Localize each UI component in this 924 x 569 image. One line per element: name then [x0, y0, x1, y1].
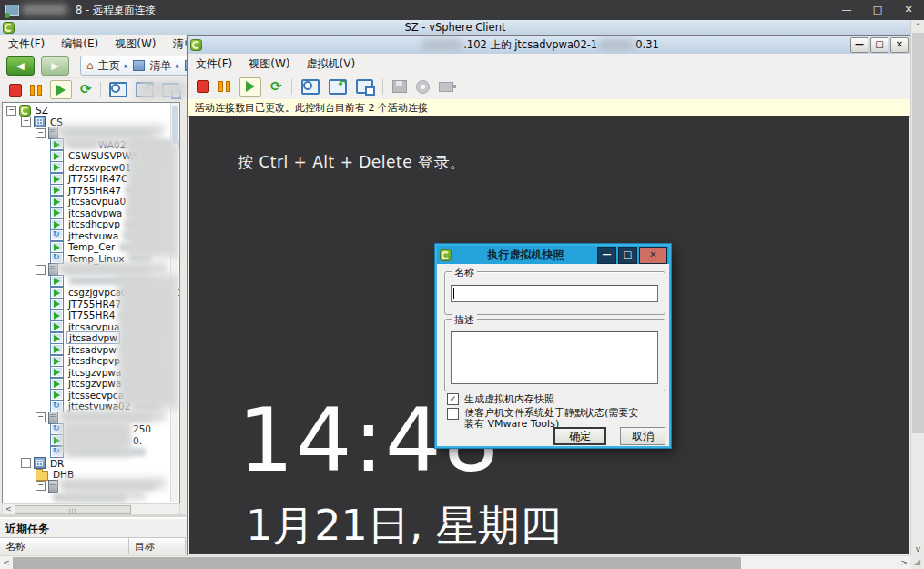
power-on-button[interactable]: [50, 80, 72, 99]
column-header-target[interactable]: 目标: [129, 538, 186, 554]
close-icon[interactable]: ✕: [890, 37, 909, 53]
tree-item-label: dcrzxvpcw01: [66, 162, 133, 173]
chevron-right-icon[interactable]: ▸: [125, 61, 129, 70]
take-snapshot-icon[interactable]: [109, 82, 127, 97]
chevron-right-icon[interactable]: ▸: [176, 61, 180, 70]
floppy-device-icon[interactable]: [392, 80, 407, 93]
scrollbar-thumb[interactable]: [912, 33, 924, 433]
scrollbar-thumb[interactable]: |||: [15, 505, 131, 514]
reset-icon[interactable]: ⟳: [270, 80, 282, 94]
collapse-icon[interactable]: −: [36, 412, 46, 422]
tree-item-label: jtcsacvpua0: [66, 196, 127, 207]
vm-on-icon: [50, 184, 64, 196]
collapse-icon[interactable]: −: [21, 117, 31, 127]
minimize-icon[interactable]: —: [597, 247, 616, 264]
scroll-left-icon[interactable]: <: [3, 505, 15, 514]
scrollbar-thumb[interactable]: [13, 557, 741, 569]
collapse-icon[interactable]: −: [6, 106, 16, 116]
collapse-icon[interactable]: −: [36, 128, 46, 138]
vsphere-titlebar[interactable]: SZ - vSphere Client: [0, 20, 910, 35]
revert-snapshot-icon[interactable]: [329, 79, 347, 95]
scroll-down-icon[interactable]: v: [911, 543, 924, 555]
vm-on-icon: [50, 332, 64, 344]
datacenter-icon: [34, 457, 46, 469]
tree-item-DR[interactable]: −DR: [3, 458, 179, 470]
maximize-icon[interactable]: □: [862, 0, 893, 20]
redacted-ip: [599, 40, 634, 49]
lock-screen-date: 1月21日, 星期四: [246, 498, 562, 554]
tree-item-label: jtcsdhcpvp: [66, 218, 122, 229]
dialog-titlebar[interactable]: 执行虚拟机快照 — □ ✕: [437, 246, 669, 264]
suspend-icon[interactable]: [218, 81, 230, 92]
vm-on-icon: [50, 275, 64, 287]
collapse-icon[interactable]: −: [36, 265, 46, 275]
rdp-window-controls: — □ ✕: [831, 0, 924, 20]
tree-item-label: jttestvuwa: [66, 230, 120, 241]
cd-device-icon[interactable]: [416, 80, 430, 94]
snapshot-manager-icon[interactable]: [356, 79, 373, 94]
power-off-icon[interactable]: [197, 80, 209, 93]
menu-item[interactable]: 文件(F): [8, 36, 45, 52]
usb-device-icon[interactable]: [439, 82, 453, 92]
scroll-left-icon[interactable]: <: [0, 556, 13, 569]
scroll-right-icon[interactable]: >: [898, 556, 910, 569]
tree-horizontal-scrollbar[interactable]: < |||: [2, 503, 180, 516]
dialog-window-controls: — □ ✕: [597, 247, 667, 264]
tree-item-label: jtcsacvpua: [66, 321, 121, 332]
rdp-connection-icon: [5, 5, 19, 16]
resize-grip[interactable]: ◢: [910, 555, 924, 569]
forward-button[interactable]: ▶: [41, 56, 69, 76]
scroll-up-icon[interactable]: ^: [911, 20, 924, 33]
vsphere-title: SZ - vSphere Client: [0, 21, 910, 34]
vm-on-icon: [50, 241, 64, 253]
menu-item[interactable]: 虚拟机(V): [307, 56, 356, 72]
close-icon[interactable]: ✕: [893, 0, 924, 20]
minimize-icon[interactable]: —: [831, 0, 862, 20]
console-titlebar[interactable]: .102 上的 jtcsadvpwa02-1 0.31 — □ ✕: [188, 36, 911, 54]
menu-item[interactable]: 文件(F): [196, 56, 232, 72]
snapshot-description-input[interactable]: [451, 331, 658, 384]
tree-item-label: JT755HR47C: [66, 173, 129, 184]
recent-tasks-header: 名称 目标: [0, 537, 186, 554]
toolbar-separator: [100, 82, 101, 97]
breadcrumb-home[interactable]: 主页: [98, 58, 120, 74]
play-icon: [246, 81, 255, 92]
vm-on-icon: [50, 298, 64, 310]
collapse-icon[interactable]: −: [21, 458, 31, 468]
minimize-icon[interactable]: —: [850, 37, 868, 53]
back-button[interactable]: ◀: [6, 56, 35, 76]
power-on-button[interactable]: [239, 77, 261, 97]
cancel-button[interactable]: 取消: [620, 427, 665, 445]
menu-item[interactable]: 视图(W): [249, 56, 289, 72]
take-snapshot-icon[interactable]: [301, 79, 320, 95]
host-icon: [48, 412, 58, 424]
vsphere-icon: [440, 249, 452, 261]
take-snapshot-dialog: 执行虚拟机快照 — □ ✕ 名称 描述 ✓ 生成虚拟机内存快照 使客户机文件系统…: [435, 244, 671, 448]
maximize-icon[interactable]: □: [870, 37, 888, 53]
collapse-icon[interactable]: −: [36, 481, 46, 491]
column-header-name[interactable]: 名称: [0, 538, 129, 554]
power-off-icon[interactable]: [9, 84, 22, 97]
menu-item[interactable]: 编辑(E): [61, 36, 98, 52]
reset-icon[interactable]: ⟳: [80, 83, 92, 97]
rdp-horizontal-scrollbar[interactable]: < >: [0, 555, 910, 569]
rdp-vertical-scrollbar[interactable]: ^ v: [910, 20, 924, 555]
scrollbar-thumb[interactable]: [172, 106, 178, 144]
redacted-host-name: [55, 125, 164, 137]
ok-button[interactable]: 确定: [553, 427, 606, 445]
memory-snapshot-label: 生成虚拟机内存快照: [464, 394, 554, 405]
screen: 8 - 远程桌面连接 — □ ✕ SZ - vSphere Client 文件(…: [0, 0, 924, 569]
tree-item-label: jtcsgzvpwa: [66, 378, 123, 389]
maximize-icon[interactable]: □: [618, 247, 637, 264]
redacted-host-name: [55, 262, 168, 274]
snapshot-name-input[interactable]: [451, 285, 658, 302]
suspend-icon[interactable]: [30, 85, 42, 96]
menu-item[interactable]: 视图(W): [115, 36, 156, 52]
close-icon[interactable]: ✕: [639, 247, 667, 264]
vm-on-icon: [50, 287, 64, 299]
quiesce-checkbox[interactable]: [447, 408, 459, 420]
breadcrumb-inventory[interactable]: 清单: [149, 58, 171, 74]
tree-item-SZ[interactable]: −SZ: [3, 105, 179, 117]
vm-on-icon: [50, 173, 64, 185]
memory-snapshot-checkbox[interactable]: ✓: [447, 393, 459, 405]
